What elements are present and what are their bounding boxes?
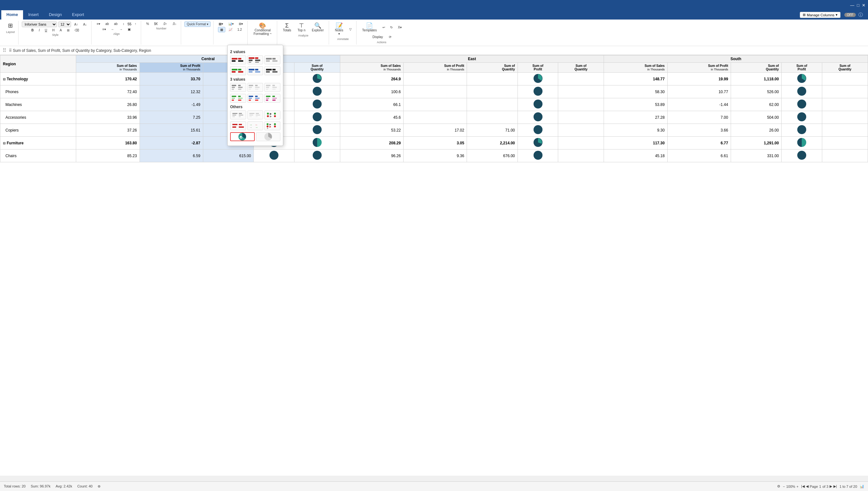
decimal-inc-btn[interactable]: .0↑ [161, 22, 169, 26]
wrap-text-btn[interactable]: ab [104, 22, 111, 26]
manage-columns-button[interactable]: ⊞ Manage Columns ▾ [800, 12, 840, 18]
central-sales-cell: 37.26 [76, 124, 140, 137]
decimal-dec-btn[interactable]: .0↓ [170, 22, 178, 26]
tab-home[interactable]: Home [1, 10, 23, 20]
italic-btn[interactable]: I [37, 28, 41, 33]
chart-bar-2-redblack[interactable] [230, 55, 246, 64]
toggle-off[interactable]: OFF [844, 13, 856, 17]
chart-bar-3-faded[interactable] [264, 83, 280, 92]
bold-btn[interactable]: B [29, 28, 35, 33]
analyze-row: Σ Totals ⊤ Top n 🔍 Explorer [280, 22, 326, 33]
excel-btn[interactable]: X▾ [396, 25, 404, 30]
svg-point-122 [274, 125, 276, 127]
tab-export[interactable]: Export [67, 10, 89, 20]
chart-pie-selected[interactable] [230, 132, 255, 141]
svg-rect-74 [232, 99, 234, 101]
refresh-btn[interactable]: ⟳ [387, 35, 393, 39]
conditional-formatting-button[interactable]: 🎨 ConditionalFormatting ~ [251, 22, 274, 37]
font-select[interactable]: Inforiver Sans [22, 22, 57, 27]
eraser-btn[interactable]: ⌫ [73, 28, 81, 33]
indent-decrease-btn[interactable]: ← [109, 27, 116, 32]
height-up-btn[interactable]: ↑ [133, 22, 138, 26]
databar-num-btn[interactable]: 1.2 [236, 27, 244, 32]
svg-rect-80 [249, 99, 251, 101]
topn-button[interactable]: ⊤ Top n [295, 22, 308, 33]
east-profit-pie-cell [518, 124, 558, 137]
table-row: Machines 26.80 -1.49 66.00 66.1 [0, 98, 868, 111]
expand-icon[interactable]: ⊟ [3, 78, 5, 81]
chart-dot-arrows[interactable]: ▶ ▶ [264, 110, 280, 119]
info-icon[interactable]: ⓘ [859, 12, 863, 18]
cell-size-btn[interactable]: ▣ [126, 27, 133, 32]
central-profit-header[interactable]: Sum of Profitin Thousands [140, 63, 203, 73]
east-profit-cell: 9.36 [404, 149, 467, 162]
databar-selected-btn[interactable]: ▦ [218, 27, 225, 32]
south-qty-cell: 62.00 [731, 98, 781, 111]
chart-dot-arrows2[interactable]: ▶ ▶ [264, 121, 280, 130]
layout-button[interactable]: ⊞ [5, 22, 16, 30]
undo-btn[interactable]: ↩ [380, 25, 387, 30]
notes-button[interactable]: 📝 Notes▾ [332, 22, 346, 37]
font-color-btn[interactable]: A [58, 28, 64, 33]
indent-increase-btn[interactable]: → [117, 27, 124, 32]
decrease-font-btn[interactable]: A↓ [81, 22, 89, 27]
chart-arrows-green[interactable]: → → ← → [248, 121, 263, 130]
table-wrapper[interactable]: Region Central East South Sum of Salesin… [0, 55, 868, 475]
increase-font-btn[interactable]: A↑ [72, 22, 80, 27]
window-controls[interactable]: — □ ✕ [850, 3, 865, 8]
chart-bar-3-green[interactable] [230, 94, 246, 103]
chart-dash-light[interactable] [248, 110, 263, 119]
quickformat-group: Quick Format ▾ [182, 21, 213, 45]
expand-icon[interactable]: ⊟ [3, 142, 5, 145]
align-options-btn[interactable]: ≡▾ [95, 22, 102, 26]
databar-line-btn[interactable]: 📈 [227, 27, 234, 32]
south-sales-cell: 117.30 [604, 137, 667, 149]
databar-btn1[interactable]: ▦▾ [217, 22, 225, 26]
category-cell: Accessories [0, 111, 76, 124]
wrap-text2-btn[interactable]: ab [112, 22, 119, 26]
chart-bar-2-alt[interactable] [248, 55, 263, 64]
style-label: Style [52, 33, 59, 36]
tab-insert[interactable]: Insert [23, 10, 44, 20]
currency-btn[interactable]: $€ [152, 22, 160, 26]
chart-bar-2-blue[interactable] [248, 66, 263, 75]
redo-btn[interactable]: ↻ [388, 25, 395, 30]
databar-btn2[interactable]: 📊▾ [226, 22, 236, 26]
chart-bar-2-dark[interactable] [264, 66, 280, 75]
explorer-button[interactable]: 🔍 Explorer [309, 22, 326, 33]
h-align-btn[interactable]: ≡▾ [100, 27, 108, 32]
highlight-btn[interactable]: H [50, 28, 56, 33]
percent-btn[interactable]: % [144, 22, 151, 26]
svg-rect-38 [266, 58, 272, 60]
south-profit-pie-cell [782, 149, 822, 162]
templates-button[interactable]: 📄 Templates [360, 22, 380, 33]
align-label: Align [113, 32, 120, 35]
totals-button[interactable]: Σ Totals [280, 22, 294, 33]
chart-bar-2-greenred[interactable] [230, 66, 246, 75]
chart-bar-3-light[interactable] [248, 83, 263, 92]
svg-rect-93 [239, 113, 242, 114]
borders-btn[interactable]: ⊞ [65, 28, 71, 33]
chart-pie-unselected[interactable] [256, 132, 281, 141]
close-btn[interactable]: ✕ [862, 3, 865, 8]
chart-bar-2-mono[interactable] [264, 55, 280, 64]
tab-design[interactable]: Design [44, 10, 67, 20]
minimize-btn[interactable]: — [850, 3, 854, 8]
chart-bar-3-pink[interactable] [264, 94, 280, 103]
underline-btn[interactable]: U [43, 28, 49, 33]
display-button[interactable]: Display [370, 34, 386, 40]
chart-bar-red-solid[interactable] [230, 121, 246, 130]
quick-format-button[interactable]: Quick Format ▾ [184, 22, 211, 27]
south-profit-pie-cell [782, 124, 822, 137]
databar-btn3[interactable]: ⊞▾ [237, 22, 245, 26]
chart-bar-3-gray[interactable] [230, 83, 246, 92]
pie-chart [312, 99, 322, 109]
chart-bar-3-bluered[interactable] [248, 94, 263, 103]
row-height-btn[interactable]: ↕ [121, 22, 126, 26]
filter-btn[interactable]: ▽ [347, 27, 354, 32]
maximize-btn[interactable]: □ [857, 3, 859, 8]
font-size-select[interactable]: 12 [58, 22, 71, 27]
bar-2-alt-icon [249, 57, 261, 63]
bar-3-gray-icon [232, 84, 244, 91]
chart-dash-gray[interactable] [230, 110, 246, 119]
